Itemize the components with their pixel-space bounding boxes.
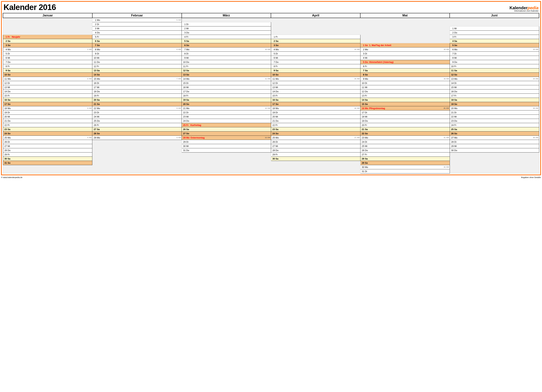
weekday: So	[186, 103, 190, 105]
weekday: So	[97, 44, 101, 47]
weekday: Di	[276, 82, 280, 84]
weekday: Di	[97, 23, 101, 26]
weekday: Do	[186, 120, 190, 122]
holiday-label: Himmelfahrt (Vatertag)	[369, 61, 393, 63]
weekday: Mi	[186, 57, 190, 59]
day-number: 18	[361, 115, 364, 118]
day-cell: 5 Di	[271, 52, 360, 56]
weekday: Mi	[454, 57, 458, 59]
day-cell: 28 So	[92, 131, 182, 136]
day-number: 6	[93, 40, 96, 42]
day-cell: 28 Di	[450, 140, 539, 144]
day-cell: 8 Fr	[271, 64, 360, 68]
day-cell: 3 Di	[360, 52, 450, 56]
day-cell: 18 Fr	[182, 94, 271, 98]
day-cell: 11 Do	[92, 60, 182, 64]
weekday: Mo	[276, 107, 280, 110]
week-number: 12. KW	[265, 107, 270, 109]
day-cell: 20 Sa	[92, 98, 182, 102]
day-cell: 16 Di	[92, 81, 182, 85]
weekday: Sa	[276, 157, 280, 160]
day-cell: 28 Do	[3, 148, 92, 152]
day-number: 12	[93, 65, 96, 68]
day-cell: 14 Di	[450, 81, 539, 85]
calendar-row: 13 Mi17 Mi16 Mi13 Mi11 Mi15 Mi	[3, 85, 539, 89]
day-number: 12	[272, 82, 275, 84]
calendar-row: 10 So14 So13 So10 So8 So12 So	[3, 73, 539, 77]
day-number: 9	[361, 78, 364, 80]
day-cell: 18 Mo3. KW	[3, 106, 92, 110]
day-number: 20	[182, 103, 186, 105]
day-cell: 18 Mo16. KW	[271, 106, 360, 110]
day-cell: 2 Di	[92, 22, 182, 26]
weekday: Fr	[365, 124, 369, 126]
day-number: 10	[4, 73, 7, 76]
calendar-row: 21 Do25 Do24 Do21 Do19 Do23 Do	[3, 119, 539, 123]
weekday: Di	[186, 141, 190, 143]
day-cell: 30 Mo22. KW	[360, 165, 450, 169]
day-number: 4	[272, 48, 275, 51]
footer-copyright: © www.kalenderpedia.de	[1, 176, 22, 178]
day-number: 20	[450, 107, 454, 110]
calendar-row: 17 So21 So20 So17 So15 So19 So	[3, 102, 539, 106]
day-number: 15	[361, 103, 364, 105]
day-number: 8	[450, 57, 454, 59]
month-header-3: April	[271, 13, 360, 18]
week-number: 19. KW	[444, 78, 449, 80]
week-number: 6. KW	[177, 48, 181, 50]
day-cell: 8 Mi	[450, 56, 539, 60]
day-number: 15	[182, 82, 186, 84]
day-cell: 13 Sa	[92, 68, 182, 73]
day-number: 18	[4, 107, 7, 110]
day-number: 9	[450, 61, 454, 63]
weekday: Do	[186, 61, 190, 63]
weekday: Do	[365, 149, 369, 152]
weekday: Fr	[8, 65, 11, 68]
weekday: Mo	[97, 107, 101, 110]
day-cell: 29 So	[360, 161, 450, 165]
day-cell: 14 Mo11. KW	[182, 77, 271, 81]
day-cell: 24 Fr	[450, 123, 539, 127]
day-cell: 10 Fr	[450, 64, 539, 68]
day-number: 8	[4, 65, 7, 68]
calendar-page: Kalender 2016 Kalenderpedia Informatione…	[1, 1, 541, 175]
day-number: 12	[182, 69, 186, 72]
day-number: 1	[4, 36, 7, 38]
day-cell: 12 Do	[360, 89, 450, 94]
day-cell	[360, 18, 450, 22]
holiday-label: Karfreitag	[190, 124, 201, 126]
day-number: 31	[182, 149, 186, 152]
day-number: 2	[182, 27, 186, 30]
day-cell: 18 Sa	[450, 98, 539, 102]
weekday: Di	[365, 170, 369, 173]
weekday: So	[8, 132, 11, 135]
weekday: Mo	[365, 107, 369, 110]
day-number: 11	[4, 78, 7, 80]
day-number: 19	[4, 111, 7, 114]
weekday: Fr	[97, 124, 101, 126]
day-number: 3	[93, 27, 96, 30]
day-cell	[182, 161, 271, 165]
day-cell: 14 Do	[271, 89, 360, 94]
day-cell: 16 Sa	[271, 98, 360, 102]
day-number: 23	[93, 111, 96, 114]
weekday: Mo	[276, 78, 280, 80]
week-number: 11. KW	[265, 78, 270, 80]
day-number: 30	[361, 166, 364, 168]
calendar-row: 8 Fr12 Fr11 Fr8 Fr6 Fr10 Fr	[3, 64, 539, 68]
day-cell: 5 Di	[3, 52, 92, 56]
day-number: 10	[272, 73, 275, 76]
calendar-table: JanuarFebruarMärzAprilMaiJuni 1 Mo5. KW2…	[3, 13, 539, 174]
day-cell: 2 Do	[450, 31, 539, 35]
day-number: 25	[4, 136, 7, 139]
weekday: Do	[276, 149, 280, 152]
footer: © www.kalenderpedia.de Angaben ohne Gewä…	[1, 176, 541, 178]
month-header-5: Juni	[450, 13, 539, 18]
day-cell	[360, 26, 450, 31]
weekday: Do	[186, 31, 190, 34]
day-cell: 1 Mo5. KW	[92, 18, 182, 22]
day-number: 19	[450, 103, 454, 105]
calendar-row: 23 Sa27 Sa26 Sa23 Sa21 Sa25 Sa	[3, 127, 539, 131]
day-cell: 4 Mi	[360, 56, 450, 60]
day-cell: 21 Sa	[360, 127, 450, 131]
